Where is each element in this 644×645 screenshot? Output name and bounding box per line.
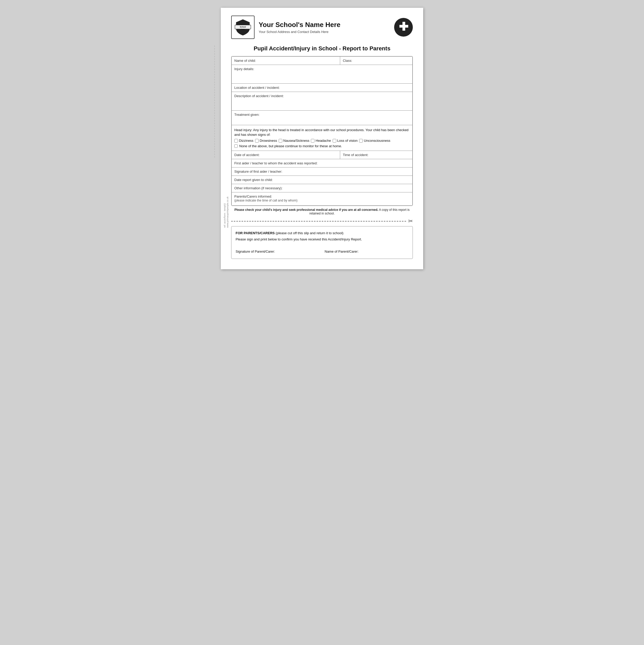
parents-carers-label: Parents/Carers informed: (234, 195, 272, 198)
drowsiness-checkbox[interactable] (255, 139, 259, 143)
slip-signature-row: Signature of Parent/Carer: Name of Paren… (236, 249, 408, 253)
slip-heading: FOR PARENTS/CARERS (236, 231, 275, 235)
first-aider-cell: First aider / teacher to whom the accide… (232, 159, 412, 168)
logo-area: School Logo Your School's Name Here Your… (231, 16, 394, 39)
signature-row: Signature of first aider / teacher: (232, 168, 412, 176)
name-of-child-cell: Name of child: (232, 57, 340, 65)
page-header: School Logo Your School's Name Here Your… (231, 16, 413, 39)
scissors-icon: ✂ (408, 218, 413, 225)
treatment-row: Treatment given: (232, 111, 412, 125)
other-info-label: Other information (if necessary): (234, 186, 283, 190)
date-of-accident-cell: Date of accident: (232, 151, 340, 159)
checkbox-dizziness: Dizziness (234, 139, 254, 143)
location-label: Location of accident / incident: (234, 86, 280, 89)
slip-heading-sub: (please cut off this slip and return it … (275, 231, 344, 235)
side-ref-text: ref: accin/form : temp02 www.primaryprin… (224, 197, 229, 228)
svg-text:Logo: Logo (241, 28, 245, 30)
first-aider-row: First aider / teacher to whom the accide… (232, 159, 412, 168)
cut-line-dashes (231, 221, 406, 221)
other-info-cell: Other information (if necessary): (232, 184, 412, 192)
footer-note-bold: Please check your child's injury and see… (234, 208, 378, 212)
treatment-cell: Treatment given: (232, 111, 412, 125)
unconsciousness-label: Unconsciousness (364, 139, 390, 143)
other-info-row: Other information (if necessary): (232, 184, 412, 192)
slip-name-field: Name of Parent/Carer: (325, 249, 408, 253)
checkbox-nausea: Nausea/Sickness (279, 139, 309, 143)
class-cell: Class: (340, 57, 412, 65)
location-row: Location of accident / incident: (232, 83, 412, 92)
form-table: Name of child: Class: Injury details: Lo… (232, 56, 412, 206)
class-label: Class: (343, 59, 352, 62)
date-report-row: Date report given to child: (232, 176, 412, 184)
checkbox-loss-of-vision: Loss of vision (333, 139, 358, 143)
checkbox-drowsiness: Drowsiness (255, 139, 277, 143)
nausea-label: Nausea/Sickness (283, 139, 309, 143)
first-aid-cross: ✚ (399, 21, 408, 32)
date-time-row: Date of accident: Time of accident: (232, 151, 412, 159)
description-label: Description of accident / incident: (234, 94, 284, 98)
main-form: Name of child: Class: Injury details: Lo… (231, 56, 413, 206)
name-of-child-label: Name of child: (234, 59, 256, 62)
first-aid-icon: ✚ (394, 18, 413, 37)
slip-heading-line: FOR PARENTS/CARERS (please cut off this … (236, 231, 408, 236)
drowsiness-label: Drowsiness (260, 139, 277, 143)
checkbox-headache: Headache (311, 139, 331, 143)
injury-details-cell: Injury details: (232, 65, 412, 83)
headache-label: Headache (316, 139, 331, 143)
first-aider-label: First aider / teacher to whom the accide… (234, 161, 318, 165)
form-title: Pupil Accident/Injury in School - Report… (231, 45, 413, 52)
date-of-accident-label: Date of accident: (234, 153, 260, 157)
treatment-label: Treatment given: (234, 113, 260, 117)
head-injury-row: Head injury: Any injury to the head is t… (232, 125, 412, 151)
slip-signature-field: Signature of Parent/Carer: (236, 249, 319, 253)
nausea-checkbox[interactable] (279, 139, 282, 143)
date-report-cell: Date report given to child: (232, 176, 412, 184)
none-line: None of the above, but please continue t… (234, 144, 410, 148)
parents-carers-cell: Parents/Carers informed: (please indicat… (232, 192, 412, 206)
none-label: None of the above, but please continue t… (239, 144, 342, 148)
signature-label: Signature of first aider / teacher: (234, 170, 282, 174)
injury-details-row: Injury details: (232, 65, 412, 83)
school-logo: School Logo (231, 16, 255, 39)
footer-note: Please check your child's injury and see… (231, 208, 413, 215)
head-injury-cell: Head injury: Any injury to the head is t… (232, 125, 412, 151)
svg-text:School: School (240, 26, 246, 28)
dizziness-checkbox[interactable] (234, 139, 238, 143)
time-of-accident-cell: Time of accident: (340, 151, 412, 159)
name-class-row: Name of child: Class: (232, 57, 412, 65)
injury-details-label: Injury details: (234, 67, 254, 71)
checkbox-unconsciousness: Unconsciousness (359, 139, 390, 143)
school-name-area: Your School's Name Here Your School Addr… (259, 21, 394, 33)
dizziness-label: Dizziness (239, 139, 254, 143)
signature-cell: Signature of first aider / teacher: (232, 168, 412, 176)
parents-carers-sub: (please indicate the time of call and by… (234, 199, 297, 202)
cut-line: ✂ (231, 218, 413, 225)
loss-of-vision-checkbox[interactable] (333, 139, 336, 143)
parents-carers-row: Parents/Carers informed: (please indicat… (232, 192, 412, 206)
date-report-label: Date report given to child: (234, 178, 273, 182)
slip-line2: Please sign and print below to confirm y… (236, 237, 408, 242)
page: School Logo Your School's Name Here Your… (221, 8, 423, 269)
parents-slip: FOR PARENTS/CARERS (please cut off this … (231, 226, 413, 259)
time-of-accident-label: Time of accident: (343, 153, 368, 157)
school-address: Your School Address and Contact Details … (259, 30, 394, 34)
checkbox-line: Dizziness Drowsiness Nausea/Sickness (234, 139, 410, 143)
slip-signature-label: Signature of Parent/Carer: (236, 249, 275, 253)
loss-of-vision-label: Loss of vision (337, 139, 358, 143)
description-cell: Description of accident / incident: (232, 92, 412, 111)
description-row: Description of accident / incident: (232, 92, 412, 111)
dotted-line (214, 45, 215, 158)
headache-checkbox[interactable] (311, 139, 314, 143)
unconsciousness-checkbox[interactable] (359, 139, 363, 143)
location-cell: Location of accident / incident: (232, 83, 412, 92)
none-checkbox[interactable] (234, 144, 238, 148)
slip-name-label: Name of Parent/Carer: (325, 249, 359, 253)
school-name: Your School's Name Here (259, 21, 394, 29)
head-injury-text: Head injury: Any injury to the head is t… (234, 128, 410, 137)
